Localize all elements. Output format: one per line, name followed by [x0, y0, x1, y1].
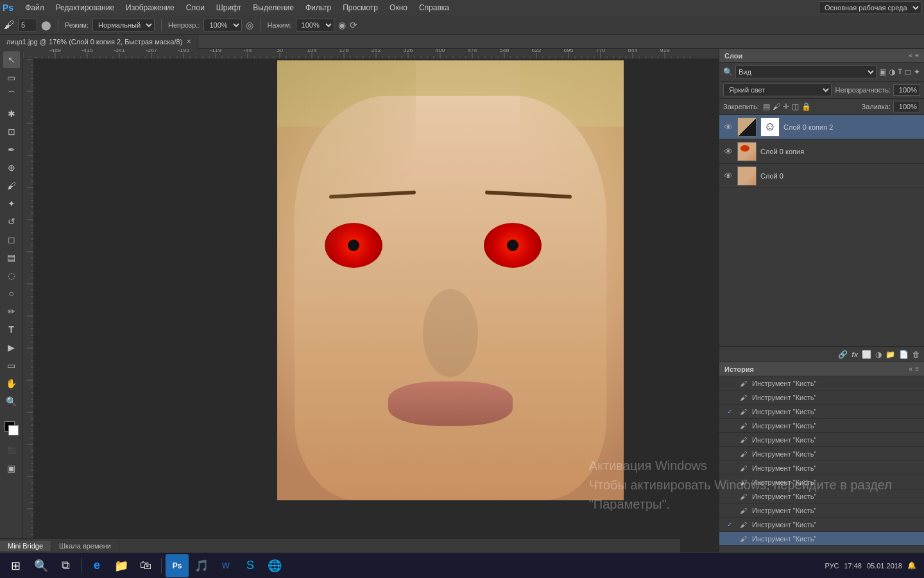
- menu-filter[interactable]: Фильтр: [300, 2, 336, 13]
- airbrush-icon[interactable]: ◎: [246, 20, 253, 30]
- store-taskbar-icon[interactable]: 🛍: [134, 554, 157, 577]
- menu-image[interactable]: Изображение: [121, 2, 180, 13]
- layer-visibility-toggle[interactable]: 👁: [723, 171, 733, 181]
- history-collapse-icon[interactable]: «: [909, 365, 913, 372]
- layer-fx-icon[interactable]: fx: [851, 351, 858, 358]
- chrome-taskbar-icon[interactable]: 🌐: [263, 554, 286, 577]
- pixel-filter-icon[interactable]: ▣: [879, 67, 886, 76]
- document-tab[interactable]: лицо1.jpg @ 176% (Слой 0 копия 2, Быстра…: [0, 35, 198, 49]
- app2-taskbar-icon[interactable]: 🎵: [190, 554, 213, 577]
- menu-edit[interactable]: Редактирование: [51, 2, 119, 13]
- history-item[interactable]: 🖌 Инструмент "Кисть": [719, 390, 924, 405]
- quick-mask-toggle[interactable]: ⬛: [3, 442, 20, 459]
- history-item[interactable]: ✓ 🖌 Инструмент "Кисть": [719, 518, 924, 532]
- ps-taskbar-icon[interactable]: Ps: [166, 554, 189, 577]
- menu-select[interactable]: Выделение: [248, 2, 299, 13]
- history-item[interactable]: 🖌 Инструмент "Кисть": [719, 475, 924, 489]
- menu-view[interactable]: Просмотр: [338, 2, 383, 13]
- timeline-tab[interactable]: Шкала времени: [51, 541, 119, 551]
- shape-tool[interactable]: ▭: [3, 357, 20, 374]
- adjustment-filter-icon[interactable]: ◑: [889, 67, 895, 76]
- rectangular-marquee-tool[interactable]: ▭: [3, 69, 20, 86]
- layer-link-icon[interactable]: 🔗: [838, 350, 848, 359]
- lock-transparency-icon[interactable]: ▤: [763, 102, 770, 111]
- history-item[interactable]: 🖌 Инструмент "Кисть": [719, 504, 924, 518]
- history-item[interactable]: 🖌 Инструмент "Кисть": [719, 447, 924, 461]
- canvas-scroll-area[interactable]: [33, 59, 719, 561]
- pen-tool[interactable]: ✏: [3, 303, 20, 320]
- opacity-selector[interactable]: 100%: [203, 19, 242, 31]
- clone-stamp-tool[interactable]: ✦: [3, 195, 20, 212]
- eraser-tool[interactable]: ◻: [3, 231, 20, 248]
- hand-tool[interactable]: ✋: [3, 375, 20, 392]
- history-menu-icon[interactable]: ≡: [915, 365, 919, 372]
- text-filter-icon[interactable]: T: [898, 67, 902, 76]
- dodge-tool[interactable]: ○: [3, 285, 20, 302]
- tab-close-button[interactable]: ✕: [186, 38, 191, 45]
- layer-group-icon[interactable]: 📁: [886, 350, 895, 359]
- panel-menu-icon[interactable]: ≡: [915, 52, 919, 59]
- history-brush-tool[interactable]: ↺: [3, 213, 20, 230]
- zoom-tool[interactable]: 🔍: [3, 393, 20, 410]
- history-item[interactable]: 🖌 Инструмент "Кисть": [719, 489, 924, 504]
- brush-size-input[interactable]: 5: [18, 19, 37, 31]
- menu-window[interactable]: Окно: [384, 2, 413, 13]
- blur-tool[interactable]: ◌: [3, 267, 20, 284]
- ie-taskbar-icon[interactable]: e: [85, 554, 108, 577]
- task-view-button[interactable]: ⧉: [54, 554, 77, 577]
- lock-paint-icon[interactable]: 🖌: [773, 102, 780, 111]
- layer-item[interactable]: 👁 ☺ Слой 0 копия 2: [719, 115, 924, 139]
- history-item[interactable]: 🖌 Инструмент "Кисть": [719, 376, 924, 390]
- layer-new-icon[interactable]: 📄: [899, 350, 909, 359]
- menu-file[interactable]: Файл: [20, 2, 49, 13]
- healing-brush-tool[interactable]: ⊕: [3, 159, 20, 176]
- text-tool[interactable]: T: [3, 321, 20, 338]
- layer-fill-input[interactable]: 100%: [893, 101, 920, 112]
- history-item[interactable]: ✓ 🖌 Инструмент "Кисть": [719, 405, 924, 419]
- skype-taskbar-icon[interactable]: S: [239, 554, 262, 577]
- blend-mode-selector[interactable]: Нормальный: [92, 19, 155, 31]
- collapse-icon[interactable]: «: [909, 52, 913, 59]
- search-taskbar-button[interactable]: 🔍: [30, 554, 53, 577]
- word-taskbar-icon[interactable]: W: [214, 554, 237, 577]
- layer-visibility-toggle[interactable]: 👁: [723, 122, 733, 132]
- menu-font[interactable]: Шрифт: [211, 2, 246, 13]
- fg-bg-color[interactable]: [3, 420, 20, 437]
- crop-tool[interactable]: ⊡: [3, 123, 20, 140]
- layer-opacity-input[interactable]: 100%: [893, 84, 920, 96]
- menu-help[interactable]: Справка: [414, 2, 454, 13]
- brush-tool[interactable]: 🖌: [3, 177, 20, 194]
- screen-mode-toggle[interactable]: ▣: [3, 460, 20, 477]
- history-item[interactable]: 🖌 Инструмент "Кисть": [719, 461, 924, 475]
- smart-filter-icon[interactable]: ✦: [914, 67, 920, 76]
- move-tool[interactable]: ↖: [3, 51, 20, 68]
- mini-bridge-tab[interactable]: Mini Bridge: [0, 541, 51, 551]
- pressure-selector[interactable]: 100%: [296, 19, 334, 31]
- history-item[interactable]: 🖌 Инструмент "Кисть": [719, 532, 924, 546]
- eyedropper-tool[interactable]: ✒: [3, 141, 20, 158]
- layer-delete-icon[interactable]: 🗑: [912, 350, 920, 359]
- start-button[interactable]: ⊞: [3, 554, 28, 577]
- history-item[interactable]: 🖌 Инструмент "Кисть": [719, 419, 924, 433]
- layer-adjustment-icon[interactable]: ◑: [875, 350, 882, 359]
- lock-position-icon[interactable]: ✛: [783, 102, 789, 111]
- lang-indicator[interactable]: РУС: [825, 562, 839, 570]
- layer-blend-mode-selector[interactable]: Яркий свет: [723, 83, 832, 96]
- lock-all-icon[interactable]: 🔒: [801, 102, 811, 111]
- notifications-icon[interactable]: 🔔: [907, 561, 916, 570]
- layer-mask-icon[interactable]: ⬜: [862, 350, 871, 359]
- layer-item[interactable]: 👁 Слой 0 копия: [719, 139, 924, 164]
- menu-layers[interactable]: Слои: [181, 2, 210, 13]
- lasso-tool[interactable]: ⌒: [3, 87, 20, 104]
- gradient-tool[interactable]: ▤: [3, 249, 20, 266]
- shape-filter-icon[interactable]: ◻: [905, 67, 911, 76]
- lock-artboard-icon[interactable]: ◫: [792, 102, 799, 111]
- layer-visibility-toggle[interactable]: 👁: [723, 146, 733, 157]
- history-item[interactable]: 🖌 Инструмент "Кисть": [719, 433, 924, 447]
- quick-selection-tool[interactable]: ✱: [3, 105, 20, 122]
- layer-item[interactable]: 👁 Слой 0: [719, 164, 924, 188]
- path-selection-tool[interactable]: ▶: [3, 339, 20, 356]
- layer-filter-selector[interactable]: Вид: [735, 66, 877, 78]
- explorer-taskbar-icon[interactable]: 📁: [110, 554, 133, 577]
- workspace-selector[interactable]: Основная рабочая среда: [819, 1, 921, 14]
